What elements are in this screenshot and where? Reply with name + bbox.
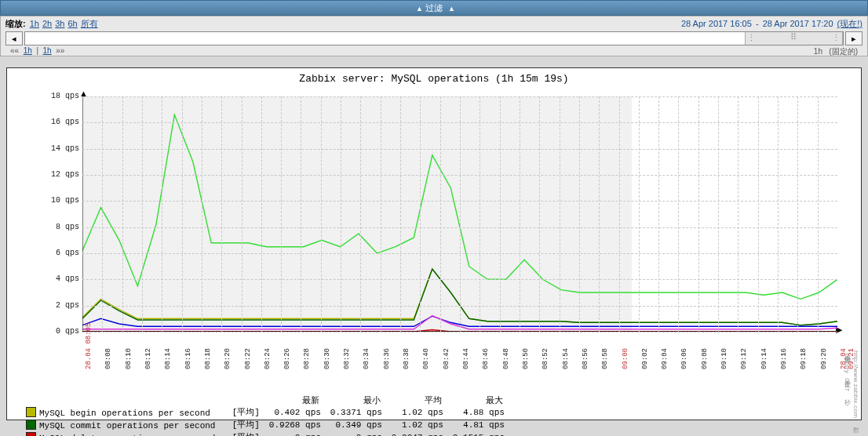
nav-back-1h[interactable]: 1h: [24, 46, 32, 55]
x-tick: 09:04: [661, 348, 669, 369]
graph-panel: Zabbix server: MySQL operations (1h 15m …: [6, 67, 862, 420]
legend-h-min: 最小: [327, 394, 388, 406]
x-tick: 08:38: [403, 348, 410, 369]
y-tick: 2 qps: [42, 301, 79, 310]
x-tick: 08:54: [562, 348, 570, 369]
legend-avg: 1.02 qps: [388, 419, 450, 431]
scroll-right-button[interactable]: ▸: [845, 31, 863, 45]
nav-fwd-1h[interactable]: 1h: [43, 46, 52, 55]
thumb-grip-right-icon: ⋮: [832, 33, 841, 43]
legend-agg: [平均]: [232, 406, 266, 419]
x-tick: 09:06: [680, 348, 688, 369]
zoom-所有[interactable]: 所有: [81, 19, 98, 28]
time-scrollbar[interactable]: ⋮ ⠿ ⋮: [24, 31, 844, 45]
filter-up-icon: ▲: [416, 5, 423, 13]
legend-max: 4.81 qps: [450, 419, 511, 431]
x-tick: 09:02: [641, 348, 649, 369]
x-tick: 08:32: [343, 348, 351, 369]
nav-right-1h: 1h: [814, 47, 822, 56]
filter-bar[interactable]: ▲ 过滤 ▲: [0, 0, 868, 16]
legend: 最新 最小 平均 最大 MySQL begin operations per s…: [26, 394, 852, 436]
range-to[interactable]: 28 Apr 2017 17:20: [763, 19, 833, 28]
filter-up-icon2: ▲: [448, 5, 455, 13]
range-now[interactable]: (现在!): [837, 19, 863, 28]
time-scrollbar-thumb[interactable]: ⋮ ⠿ ⋮: [745, 32, 843, 45]
y-tick: 18 qps: [42, 92, 79, 100]
legend-max: 4.88 qps: [450, 406, 511, 419]
x-tick: 08:52: [542, 348, 549, 369]
legend-h-avg: 平均: [388, 394, 450, 406]
legend-min: 0 qps: [327, 431, 388, 436]
x-tick: 09:14: [760, 348, 768, 369]
zoom-label: 缩放:: [5, 19, 26, 28]
zoom-1h[interactable]: 1h: [30, 19, 39, 28]
legend-h-latest: 最新: [266, 394, 327, 406]
chevron-right-icon: ▸: [852, 34, 856, 44]
x-tick: 08:26: [283, 348, 291, 369]
y-tick: 6 qps: [42, 249, 79, 257]
x-tick: 08:50: [522, 348, 530, 369]
zoom-6h[interactable]: 6h: [67, 19, 77, 28]
x-tick: 08:18: [204, 348, 212, 369]
x-tick: 08:20: [224, 348, 232, 369]
x-tick: 09:20: [820, 348, 828, 369]
x-tick: 08:10: [125, 348, 133, 369]
legend-latest: 0 qps: [266, 431, 327, 436]
legend-h-max: 最大: [450, 394, 511, 406]
graph-footer-note: http://www.zabbix.com 数据来自 history 产生于 0…: [842, 351, 859, 423]
x-tick: 09:18: [800, 348, 808, 369]
legend-swatch: [26, 407, 36, 417]
x-tick: 08:44: [462, 348, 470, 369]
thumb-grip-left-icon: ⋮: [747, 33, 756, 43]
x-tick: 08:08: [104, 348, 112, 369]
thumb-grip-mid-icon: ⠿: [790, 32, 797, 42]
x-tick: 09:10: [720, 348, 728, 369]
x-tick: 08:58: [601, 348, 609, 369]
nav-fixed-label: (固定的): [829, 47, 858, 56]
y-tick: 8 qps: [42, 223, 79, 231]
y-tick: 16 qps: [42, 118, 79, 126]
x-tick: 08:24: [264, 348, 272, 369]
x-tick: 08:48: [502, 348, 510, 369]
x-tick: 09:16: [780, 348, 788, 369]
legend-row: MySQL commit operations per second[平均]0.…: [26, 419, 511, 431]
legend-latest: 0.402 qps: [266, 406, 327, 419]
x-tick: 08:28: [303, 348, 311, 369]
y-tick: 10 qps: [42, 196, 79, 205]
y-tick: 14 qps: [42, 144, 79, 153]
x-tick: 08:34: [363, 348, 370, 369]
nav-prev-all[interactable]: ««: [10, 46, 19, 55]
nav-quick-row: «« 1h | 1h »» 1h (固定的): [5, 45, 863, 56]
legend-row: MySQL delete operations per second[平均]0 …: [26, 431, 511, 436]
legend-avg: 0.0047 qps: [388, 431, 450, 436]
legend-avg: 1.02 qps: [388, 406, 450, 419]
chevron-left-icon: ◂: [12, 34, 16, 44]
range-sep: -: [756, 19, 759, 28]
x-tick: 08:36: [383, 348, 391, 369]
x-tick: 09:12: [740, 348, 748, 369]
legend-name: MySQL delete operations per second: [39, 434, 215, 437]
legend-min: 0.349 qps: [327, 419, 388, 431]
range-from[interactable]: 28 Apr 2017 16:05: [681, 19, 752, 28]
filter-title: 过滤: [425, 3, 443, 13]
zoom-3h[interactable]: 3h: [55, 19, 64, 28]
x-tick: 08:30: [323, 348, 331, 369]
x-tick: 08:42: [443, 348, 450, 369]
zoom-2h[interactable]: 2h: [42, 19, 52, 28]
x-tick: 08:56: [582, 348, 589, 369]
x-tick: 09:08: [701, 348, 709, 369]
y-tick: 12 qps: [42, 170, 79, 179]
x-tick: 08:22: [244, 348, 252, 369]
nav-next-all[interactable]: »»: [56, 46, 64, 55]
x-tick: 09:00: [622, 348, 629, 369]
y-tick: 0 qps: [42, 327, 79, 336]
legend-min: 0.3371 qps: [327, 406, 388, 419]
legend-name: MySQL commit operations per second: [39, 421, 215, 431]
y-tick: 4 qps: [42, 274, 79, 283]
scroll-left-button[interactable]: ◂: [5, 31, 23, 45]
legend-row: MySQL begin operations per second[平均]0.4…: [26, 406, 511, 419]
legend-max: 0.1515 qps: [450, 431, 511, 436]
plot-area[interactable]: ▲ ▶ 0 qps2 qps4 qps6 qps8 qps10 qps12 qp…: [82, 96, 837, 332]
x-tick: 08:16: [184, 348, 192, 369]
legend-agg: [平均]: [232, 419, 266, 431]
